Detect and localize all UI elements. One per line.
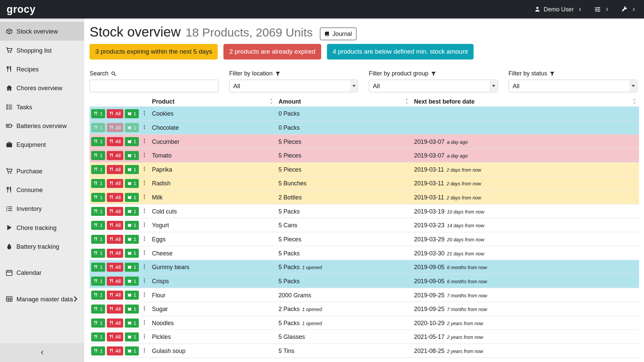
sidebar-item-batteries-overview[interactable]: Batteries overview	[0, 116, 84, 135]
sidebar-item-stock-overview[interactable]: Stock overview	[0, 22, 84, 41]
expiring-products-pill[interactable]: 3 products expiring within the next 5 da…	[90, 44, 218, 60]
sidebar-item-purchase[interactable]: Purchase	[0, 161, 84, 180]
admin-tools-menu[interactable]	[622, 6, 636, 12]
open-one-button[interactable]: 1	[125, 290, 139, 299]
status-select[interactable]: All	[508, 80, 637, 93]
open-one-button[interactable]: 1	[125, 235, 139, 244]
consume-one-button[interactable]: 1	[91, 221, 105, 230]
row-menu-button[interactable]	[141, 332, 147, 341]
consume-all-button[interactable]: All	[107, 304, 123, 313]
sidebar-item-chore-tracking[interactable]: Chore tracking	[0, 218, 84, 237]
consume-all-button[interactable]: All	[107, 290, 123, 299]
open-one-button[interactable]: 1	[125, 109, 139, 118]
product-group-select[interactable]: All	[369, 80, 498, 93]
user-menu[interactable]: Demo User	[534, 6, 582, 13]
sidebar-collapse-button[interactable]	[0, 343, 84, 362]
consume-one-button[interactable]: 1	[91, 165, 105, 174]
below-min-stock-pill[interactable]: 4 products are below defined min. stock …	[327, 44, 473, 60]
row-menu-button[interactable]	[141, 277, 147, 286]
consume-all-button[interactable]: All	[107, 151, 123, 160]
row-menu-button[interactable]	[141, 235, 147, 244]
row-menu-button[interactable]	[141, 290, 147, 299]
consume-one-button[interactable]: 1	[91, 109, 105, 118]
open-one-button[interactable]: 1	[125, 165, 139, 174]
consume-all-button[interactable]: All	[107, 277, 123, 286]
consume-one-button[interactable]: 1	[91, 262, 105, 272]
open-one-button[interactable]: 1	[125, 193, 139, 202]
row-menu-button[interactable]	[141, 109, 147, 118]
row-menu-button[interactable]	[141, 221, 147, 230]
app-logo[interactable]: grocy	[7, 3, 36, 15]
consume-one-button[interactable]: 1	[91, 346, 105, 355]
consume-all-button[interactable]: All	[107, 207, 123, 216]
row-menu-button[interactable]	[141, 346, 147, 355]
consume-one-button[interactable]: 1	[91, 304, 105, 313]
open-one-button[interactable]: 1	[125, 277, 139, 286]
sidebar-item-equipment[interactable]: Equipment	[0, 135, 84, 154]
consume-one-button[interactable]: 1	[91, 235, 105, 244]
column-header-best-before[interactable]: Next best before date	[412, 97, 639, 106]
sidebar-item-shopping-list[interactable]: Shopping list	[0, 41, 84, 59]
consume-one-button[interactable]: 1	[91, 290, 105, 299]
consume-one-button[interactable]: 1	[91, 193, 105, 202]
open-one-button[interactable]: 1	[125, 151, 139, 160]
location-select[interactable]: All	[229, 80, 358, 93]
open-one-button[interactable]: 1	[125, 137, 139, 146]
row-menu-button[interactable]	[141, 151, 147, 160]
open-one-button[interactable]: 1	[125, 207, 139, 216]
row-menu-button[interactable]	[141, 304, 147, 313]
consume-one-button[interactable]: 1	[91, 332, 105, 341]
consume-all-button[interactable]: All	[107, 248, 123, 257]
row-menu-button[interactable]	[141, 193, 147, 202]
row-menu-button[interactable]	[141, 248, 147, 257]
row-menu-button[interactable]	[141, 262, 147, 272]
consume-one-button[interactable]: 1	[91, 207, 105, 216]
consume-all-button[interactable]: All	[107, 262, 123, 272]
column-header-amount[interactable]: Amount	[276, 97, 412, 106]
sidebar-item-inventory[interactable]: Inventory	[0, 199, 84, 218]
sidebar-item-recipes[interactable]: Recipes	[0, 60, 84, 78]
open-one-button[interactable]: 1	[125, 332, 139, 341]
consume-all-button[interactable]: All	[107, 346, 123, 355]
row-menu-button[interactable]	[141, 179, 147, 188]
open-one-button[interactable]: 1	[125, 346, 139, 355]
open-one-button[interactable]: 1	[125, 179, 139, 188]
search-input[interactable]	[90, 80, 218, 93]
open-one-button[interactable]: 1	[125, 262, 139, 272]
open-one-button[interactable]: 1	[125, 221, 139, 230]
consume-one-button[interactable]: 1	[91, 123, 105, 132]
journal-button[interactable]: Journal	[320, 27, 356, 40]
sidebar-item-battery-tracking[interactable]: Battery tracking	[0, 237, 84, 256]
sidebar-item-chores-overview[interactable]: Chores overview	[0, 78, 84, 97]
consume-one-button[interactable]: 1	[91, 151, 105, 160]
open-one-button[interactable]: 1	[125, 248, 139, 257]
consume-all-button[interactable]: All	[107, 137, 123, 146]
open-one-button[interactable]: 1	[125, 318, 139, 327]
row-menu-button[interactable]	[141, 123, 147, 132]
row-menu-button[interactable]	[141, 207, 147, 216]
row-menu-button[interactable]	[141, 165, 147, 174]
sidebar-item-consume[interactable]: Consume	[0, 180, 84, 199]
consume-one-button[interactable]: 1	[91, 137, 105, 146]
consume-all-button[interactable]: All	[107, 318, 123, 327]
consume-all-button[interactable]: All	[107, 235, 123, 244]
consume-one-button[interactable]: 1	[91, 248, 105, 257]
sidebar-item-calendar[interactable]: Calendar	[0, 263, 84, 282]
open-one-button[interactable]: 1	[125, 304, 139, 313]
consume-all-button[interactable]: All	[107, 123, 123, 132]
sidebar-item-manage-master-data[interactable]: Manage master data	[0, 289, 84, 308]
open-one-button[interactable]: 1	[125, 123, 139, 132]
consume-all-button[interactable]: All	[107, 109, 123, 118]
consume-all-button[interactable]: All	[107, 193, 123, 202]
consume-all-button[interactable]: All	[107, 165, 123, 174]
consume-all-button[interactable]: All	[107, 179, 123, 188]
sidebar-item-tasks[interactable]: Tasks	[0, 97, 84, 116]
consume-one-button[interactable]: 1	[91, 277, 105, 286]
expired-products-pill[interactable]: 2 products are already expired	[224, 44, 321, 60]
consume-one-button[interactable]: 1	[91, 179, 105, 188]
row-menu-button[interactable]	[141, 318, 147, 327]
column-header-product[interactable]: Product	[150, 97, 276, 106]
consume-all-button[interactable]: All	[107, 221, 123, 230]
settings-menu[interactable]	[594, 6, 609, 13]
row-menu-button[interactable]	[141, 137, 147, 146]
